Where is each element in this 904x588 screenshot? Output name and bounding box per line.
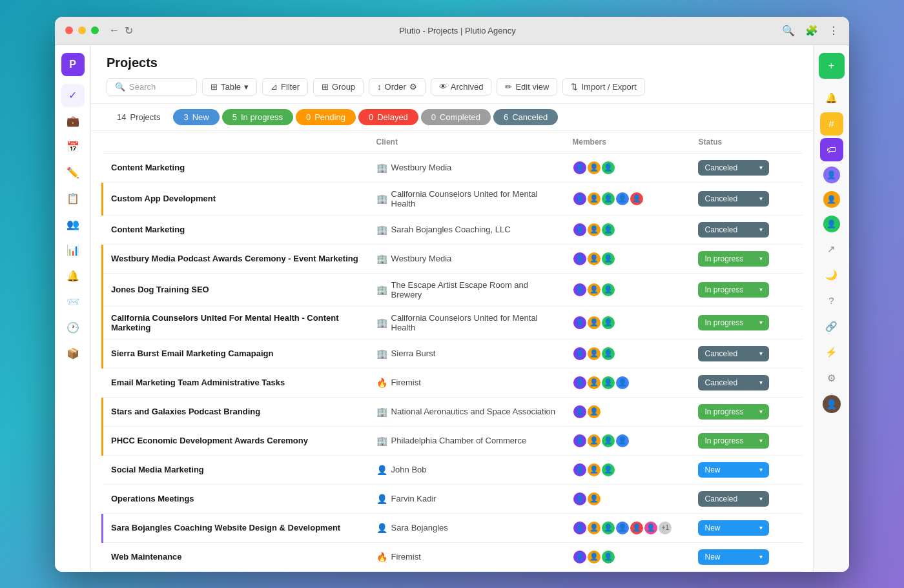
canceled-status[interactable]: 6 Canceled — [493, 109, 558, 125]
table-row[interactable]: Stars and Galaxies Podcast Branding 🏢 Na… — [103, 397, 803, 426]
add-button[interactable]: + — [819, 53, 845, 79]
table-row[interactable]: PHCC Economic Development Awards Ceremon… — [103, 426, 803, 455]
edit-view-button[interactable]: ✏ Edit view — [497, 78, 557, 96]
member-avatar: 👤 — [615, 433, 630, 449]
status-badge[interactable]: Canceled ▾ — [698, 375, 769, 390]
chevron-down-icon: ▾ — [759, 195, 763, 202]
project-name: Content Marketing — [111, 163, 185, 172]
completed-status[interactable]: 0 Completed — [421, 109, 491, 125]
client-column-header[interactable]: Client — [369, 131, 565, 154]
sidebar-item-tasks[interactable]: ✓ — [61, 84, 85, 107]
right-icon-moon[interactable]: 🌙 — [820, 263, 843, 287]
table-row[interactable]: Sara Bojangles Coaching Website Design &… — [103, 513, 803, 542]
members-column-header[interactable]: Members — [564, 131, 690, 154]
search-box[interactable]: 🔍 Search — [107, 78, 197, 96]
status-badge[interactable]: In progress ▾ — [698, 282, 769, 298]
archived-button[interactable]: 👁 Archived — [431, 78, 492, 96]
sidebar-item-team[interactable]: 👥 — [61, 213, 85, 236]
client-name: National Aeronautics and Space Associati… — [391, 407, 555, 416]
menu-icon[interactable]: ⋮ — [828, 25, 839, 37]
main-content: Projects 🔍 Search ⊞ Table ▾ ⊿ Filter — [91, 45, 813, 572]
sidebar-item-inbox[interactable]: 📨 — [61, 290, 85, 314]
right-icon-notifications[interactable]: 🔔 — [820, 86, 843, 110]
client-cell: 🏢 Sarah Bojangles Coaching, LLC — [376, 225, 557, 235]
archived-icon: 👁 — [439, 82, 447, 92]
completed-label: Completed — [440, 112, 480, 122]
member-avatar: 👤 — [629, 520, 644, 536]
table-row[interactable]: Operations Meetings 👤 Farvin Kadir 👤👤 Ca… — [103, 484, 803, 513]
table-row[interactable]: Custom App Development 🏢 California Coun… — [103, 182, 803, 215]
status-badge[interactable]: Canceled ▾ — [698, 491, 769, 507]
right-icon-settings[interactable]: ⚙ — [820, 367, 843, 390]
sidebar-item-edit[interactable]: ✏️ — [61, 161, 85, 185]
status-badge[interactable]: In progress ▾ — [698, 433, 769, 449]
table-row[interactable]: Email Marketing Team Administrative Task… — [103, 368, 803, 397]
search-icon[interactable]: 🔍 — [782, 25, 795, 37]
table-row[interactable]: California Counselors United For Mental … — [103, 306, 803, 339]
right-icon-help[interactable]: ? — [820, 289, 843, 312]
group-button[interactable]: ⊞ Group — [313, 78, 364, 96]
edit-view-label: Edit view — [515, 82, 549, 92]
toolbar: 🔍 Search ⊞ Table ▾ ⊿ Filter ⊞ Group — [107, 78, 797, 96]
right-icon-share[interactable]: ↗ — [820, 238, 843, 261]
status-badge[interactable]: Canceled ▾ — [698, 160, 769, 176]
status-badge[interactable]: New ▾ — [698, 549, 769, 565]
table-row[interactable]: Social Media Marketing 👤 John Bob 👤👤👤 Ne… — [103, 455, 803, 484]
right-icon-link[interactable]: 🔗 — [820, 315, 843, 338]
table-row[interactable]: Content Marketing 🏢 Sarah Bojangles Coac… — [103, 215, 803, 244]
table-button[interactable]: ⊞ Table ▾ — [202, 78, 257, 96]
inprogress-status[interactable]: 5 In progress — [222, 109, 293, 125]
members-cell: 👤👤👤👤👤 — [572, 191, 683, 207]
status-label: New — [704, 523, 720, 532]
status-badge[interactable]: In progress ▾ — [698, 315, 769, 330]
puzzle-icon[interactable]: 🧩 — [805, 25, 818, 37]
refresh-icon[interactable]: ↻ — [125, 25, 133, 37]
table-row[interactable]: Jones Dog Training SEO 🏢 The Escape Arti… — [103, 273, 803, 306]
close-button[interactable] — [65, 26, 73, 34]
sidebar-item-time[interactable]: 🕐 — [61, 316, 85, 340]
table-row[interactable]: Sierra Burst Email Marketing Camapaign 🏢… — [103, 339, 803, 368]
filter-icon: ⊿ — [271, 82, 278, 92]
table-row[interactable]: Westbury Media Podcast Awards Ceremony -… — [103, 244, 803, 273]
new-status[interactable]: 3 New — [173, 109, 219, 125]
pending-status[interactable]: 0 Pending — [296, 109, 356, 125]
sidebar-item-portfolio[interactable]: 💼 — [61, 110, 85, 133]
right-icon-hashtag[interactable]: # — [820, 112, 843, 136]
status-badge[interactable]: New ▾ — [698, 462, 769, 478]
sidebar-item-notifications[interactable]: 🔔 — [61, 265, 85, 288]
order-button[interactable]: ↕ Order ⚙ — [369, 78, 426, 96]
back-icon[interactable]: ← — [109, 25, 119, 36]
import-export-button[interactable]: ⇅ Import / Export — [562, 78, 644, 96]
member-avatar: 👤 — [572, 462, 588, 478]
table-row[interactable]: Web Maintenance 🔥 Firemist 👤👤👤 New ▾ — [103, 542, 803, 571]
sidebar-item-calendar[interactable]: 📅 — [61, 136, 85, 159]
maximize-button[interactable] — [91, 26, 99, 34]
status-badge[interactable]: In progress ▾ — [698, 251, 769, 267]
status-badge[interactable]: New ▾ — [698, 520, 769, 536]
status-badge[interactable]: In progress ▾ — [698, 404, 769, 420]
projects-table: Client Members Status Content Marketing … — [101, 131, 803, 572]
client-icon: 🏢 — [376, 285, 387, 295]
status-column-header[interactable]: Status — [690, 131, 803, 154]
user-avatar[interactable]: 👤 — [823, 395, 841, 413]
avatar-user1[interactable]: 👤 — [823, 167, 840, 183]
minimize-button[interactable] — [78, 26, 86, 34]
member-avatar: 👤 — [643, 520, 659, 536]
delayed-status[interactable]: 0 Delayed — [358, 109, 418, 125]
sidebar-item-reports[interactable]: 📊 — [61, 239, 85, 262]
table-row[interactable]: Content Marketing 🏢 Westbury Media 👤👤👤 C… — [103, 153, 803, 182]
app-logo[interactable]: P — [61, 53, 85, 76]
avatar-user3[interactable]: 👤 — [823, 216, 840, 232]
right-icon-lightning[interactable]: ⚡ — [820, 341, 843, 364]
client-icon: 🔥 — [376, 552, 387, 562]
table-header: Client Members Status — [103, 131, 803, 154]
status-badge[interactable]: Canceled ▾ — [698, 346, 769, 361]
status-badge[interactable]: Canceled ▾ — [698, 191, 769, 207]
table-label: Table — [221, 82, 241, 92]
sidebar-item-storage[interactable]: 📦 — [61, 342, 85, 365]
avatar-user2[interactable]: 👤 — [823, 191, 840, 208]
filter-button[interactable]: ⊿ Filter — [262, 78, 308, 96]
right-icon-tag[interactable]: 🏷 — [820, 138, 843, 161]
sidebar-item-documents[interactable]: 📋 — [61, 187, 85, 210]
status-badge[interactable]: Canceled ▾ — [698, 222, 769, 238]
